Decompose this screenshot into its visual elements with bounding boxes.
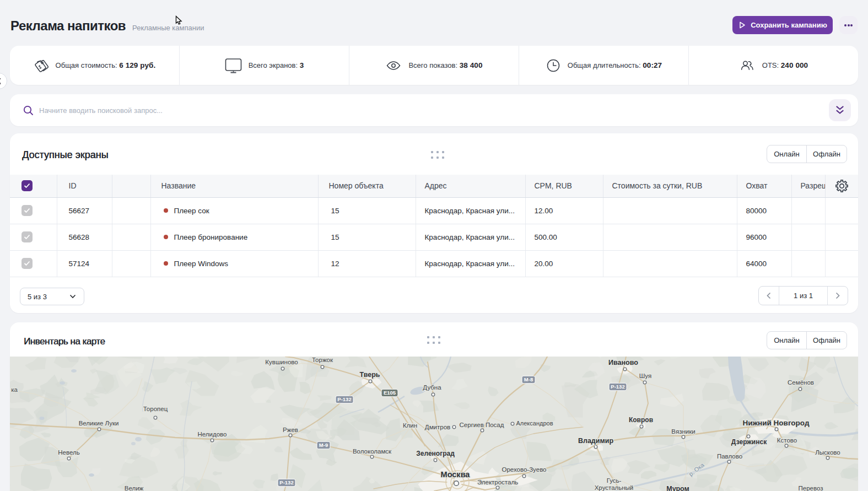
svg-text:Муром: Муром <box>666 485 689 491</box>
svg-text:ка: ка <box>11 386 18 393</box>
svg-text:Владимир: Владимир <box>578 437 613 445</box>
svg-text:Ржев: Ржев <box>283 427 298 433</box>
svg-text:Кстово: Кстово <box>777 437 797 444</box>
svg-text:Электросталь: Электросталь <box>477 479 518 485</box>
svg-text:Велиж: Велиж <box>125 485 144 491</box>
svg-text:Иваново: Иваново <box>608 359 638 366</box>
svg-text:М-9: М-9 <box>319 442 328 448</box>
svg-text:Дзержинск: Дзержинск <box>731 438 767 446</box>
svg-text:Тверь: Тверь <box>360 371 380 379</box>
svg-text:Е105: Е105 <box>384 390 396 396</box>
svg-text:Р-132: Р-132 <box>279 479 293 485</box>
svg-text:Вязники: Вязники <box>671 428 695 435</box>
svg-text:Р-132: Р-132 <box>337 396 351 402</box>
svg-text:Семёнов: Семёнов <box>788 379 814 386</box>
svg-text:Р-132: Р-132 <box>611 384 624 390</box>
svg-text:Нелидово: Нелидово <box>198 431 227 438</box>
svg-text:Зеленоград: Зеленоград <box>416 450 455 457</box>
svg-text:Хрустальный: Хрустальный <box>595 484 634 491</box>
svg-text:Кувшиново: Кувшиново <box>265 359 298 365</box>
svg-text:Ковров: Ковров <box>629 416 653 424</box>
svg-text:Великие Луки: Великие Луки <box>79 420 119 427</box>
svg-text:Клин: Клин <box>403 422 417 429</box>
svg-text:Торопец: Торопец <box>143 406 168 412</box>
svg-text:Гусь-: Гусь- <box>607 477 622 484</box>
svg-text:Торжок: Торжок <box>312 357 333 363</box>
svg-text:М-8: М-8 <box>524 376 533 382</box>
svg-text:Александров: Александров <box>516 420 553 427</box>
svg-text:Нижний Новгород: Нижний Новгород <box>743 419 810 427</box>
svg-text:Павлово: Павлово <box>717 453 742 460</box>
svg-text:Орехово-Зуево: Орехово-Зуево <box>502 466 546 473</box>
svg-text:Сергиев Посад: Сергиев Посад <box>460 422 504 428</box>
svg-text:Дубна: Дубна <box>423 384 441 391</box>
svg-text:Волоколамск: Волоколамск <box>353 448 392 455</box>
svg-text:Перевоз: Перевоз <box>799 485 823 491</box>
svg-text:Невель: Невель <box>58 449 79 456</box>
svg-text:Москва: Москва <box>441 470 471 479</box>
svg-text:Шуя: Шуя <box>639 373 651 379</box>
svg-text:Дмитров: Дмитров <box>425 424 450 430</box>
svg-text:Лысково: Лысково <box>815 449 840 456</box>
